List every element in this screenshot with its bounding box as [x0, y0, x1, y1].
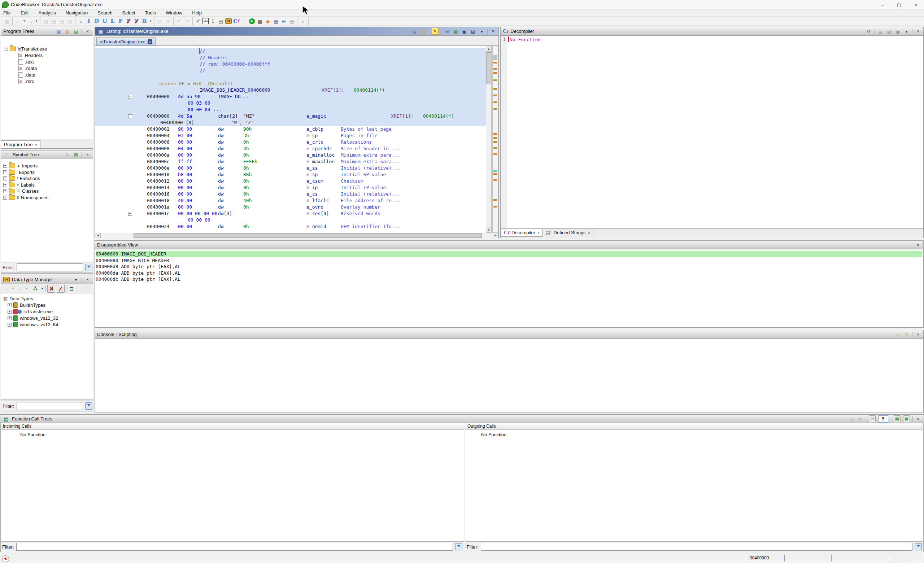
overview-mark[interactable] [494, 199, 497, 201]
filter-doc-icon[interactable]: ▤ [73, 151, 79, 158]
close-icon[interactable]: × [84, 28, 91, 34]
overview-mark[interactable] [494, 141, 497, 143]
menu-select[interactable]: Select [122, 10, 135, 15]
data-d-icon[interactable]: D [93, 18, 100, 25]
clear-console-icon[interactable]: ✎ [903, 331, 910, 337]
listing-row[interactable]: 0040001200 00dw0he_csumChecksum [95, 178, 486, 184]
filter-doc-icon[interactable]: ▤ [73, 28, 79, 34]
memory-map-view-icon[interactable]: ▤ [217, 18, 225, 25]
filter-options-icon[interactable] [915, 543, 922, 550]
incoming-calls-header[interactable]: Incoming Calls [0, 423, 464, 430]
cursor-location-icon[interactable]: ↖ [432, 28, 438, 34]
tab-decompiler[interactable]: Cf Decompiler × [501, 229, 543, 237]
close-icon[interactable]: × [84, 277, 91, 283]
cascade-windows-icon[interactable]: ▱ [869, 415, 876, 422]
disassemble-icon[interactable]: ↓ [77, 18, 84, 25]
panel-dropdown-icon[interactable]: ▾ [903, 28, 910, 34]
hide-pointers-icon[interactable]: ☞ [57, 285, 64, 293]
tree-item-windows_vs12_64[interactable]: +windows_vs12_64 [8, 322, 58, 328]
listing-row[interactable]: 00 00 00 [95, 217, 486, 223]
collapse-all-icon[interactable]: ⊟ [68, 285, 75, 292]
scroll-right-icon[interactable]: ► [493, 233, 498, 238]
scroll-left-icon[interactable]: ◄ [95, 233, 101, 238]
tab-close-icon[interactable]: × [34, 142, 37, 147]
overview-mark[interactable] [494, 173, 497, 175]
listing-row[interactable]: 0040001400 00dw0he_ipInitial IP value [95, 184, 486, 191]
overview-mark[interactable] [494, 102, 497, 103]
listing-row[interactable]: -004000004d 5a 90IMAGE_DO... [95, 93, 486, 100]
listing-row[interactable]: 0040001a00 00dw0he_ovnoOverlay number [95, 204, 486, 210]
tab-ictransferoriginal[interactable]: icTransferOriginal.exe × [96, 37, 156, 45]
menu-file[interactable]: File [3, 10, 11, 15]
recurse-depth-value[interactable]: 5 [878, 415, 888, 422]
listing-header[interactable]: ▦ Listing: icTransferOriginal.exe ▤ ▥ ↖ … [95, 27, 498, 36]
listing-row[interactable]: +0040001c00 00 00 00 00dw[4]e_res[4]Rese… [95, 210, 486, 217]
bookmark-dropdown-icon[interactable]: ▾ [149, 18, 152, 25]
clear-function-icon[interactable]: F [125, 18, 132, 25]
snapshot-icon[interactable]: ▤ [288, 18, 295, 25]
tree-item-Headers[interactable]: Headers [18, 52, 43, 58]
listing-row[interactable]: // [95, 48, 486, 54]
instruction-i-icon[interactable]: I [85, 18, 92, 25]
disassembled-row[interactable]: 004000dc ADD byte ptr [EAX],AL [96, 276, 922, 282]
overview-mark[interactable] [494, 170, 497, 172]
overview-mark[interactable] [494, 147, 497, 149]
listing-row[interactable]: 0040000cff ffdwFFFFhe_maxallocMaximum ex… [95, 159, 486, 165]
listing-row[interactable]: 0040002400 00dw0he_oemidOEM identifier (… [95, 223, 486, 230]
listing-overview-margin[interactable] [492, 46, 498, 233]
decompiler-header[interactable]: Cf Decompiler ⟳ ▤ ▤ ▣ ▾ × [501, 27, 923, 36]
listing-row[interactable]: // [95, 67, 486, 74]
table-go-icon[interactable]: ⊞ [280, 18, 287, 25]
filter-incoming-icon[interactable]: ▤ [894, 415, 900, 422]
disassembled-header[interactable]: Disassembled View × [95, 241, 923, 249]
outgoing-filter-input[interactable] [481, 543, 913, 551]
listing-row[interactable]: 0040000600 00dw0he_crlcRelocations [95, 139, 486, 145]
tree-item-exports[interactable]: +Exports [3, 169, 34, 175]
disassembled-row[interactable]: 004000d8 ADD byte ptr [EAX],AL [96, 264, 922, 270]
tree-item-text[interactable]: .text [18, 59, 34, 65]
listing-row[interactable]: assume DF = 0x0 (Default) [95, 81, 486, 87]
table-view-icon[interactable]: ▦ [272, 18, 279, 25]
listing-row[interactable]: // Headers [95, 54, 486, 61]
outgoing-no-function[interactable]: No Function [481, 432, 506, 437]
snapshot-camera-icon[interactable]: ▣ [461, 28, 467, 34]
listing-row[interactable]: 0040000290 00dw90he_cblpBytes of last pa… [95, 126, 486, 132]
function-f-icon[interactable]: F [117, 18, 124, 25]
tab-defined-strings[interactable]: 0101DAT Defined Strings × [543, 229, 593, 237]
listing-row[interactable]: 0040000804 00dw4he_cparhdrSize of header… [95, 145, 486, 152]
minimize-button[interactable]: – [874, 0, 891, 9]
overview-mark[interactable] [494, 88, 497, 90]
console-header[interactable]: Console - Scripting ▪ ✎ × [95, 330, 923, 339]
incoming-filter-input[interactable] [16, 543, 453, 551]
panel-menu-dropdown-icon[interactable]: ▾ [73, 277, 79, 283]
scroll-down-icon[interactable]: ▼ [486, 227, 492, 233]
close-icon[interactable]: × [915, 242, 921, 248]
listing-row[interactable]: 0040000a00 00dw0he_minallocMinimum extra… [95, 152, 486, 159]
close-icon[interactable]: × [915, 28, 921, 34]
bookmark-b-icon[interactable]: B [141, 18, 148, 25]
hide-arrays-icon[interactable]: N [47, 285, 55, 293]
fct-header[interactable]: ▤ Function Call Trees ⌂ ⟳ ▱ 5 ▤ ▤ × [0, 415, 924, 423]
overview-mark[interactable] [494, 153, 497, 155]
tree-item-data[interactable]: .data [18, 72, 35, 78]
overview-mark[interactable] [494, 68, 497, 70]
overview-mark[interactable] [494, 72, 497, 74]
overview-mark[interactable] [494, 62, 497, 63]
back-dropdown-icon[interactable]: ▾ [22, 18, 26, 25]
listing-row[interactable]: 0040001600 00dw0he_csInitial (relative).… [95, 191, 486, 198]
label-l-icon[interactable]: L [109, 18, 116, 25]
undefine-u-icon[interactable]: U [101, 18, 108, 25]
overview-mark[interactable] [494, 94, 497, 96]
overview-mark[interactable] [494, 133, 497, 135]
overview-mark[interactable] [494, 206, 497, 208]
menu-window[interactable]: Window [166, 10, 182, 15]
maximize-button[interactable]: ▢ [891, 0, 908, 9]
tree-item-labels[interactable]: +●Labels [3, 182, 34, 188]
tree-item-classes[interactable]: +ⒸClasses [3, 188, 39, 194]
memory-chip-icon[interactable]: ▩ [256, 18, 264, 25]
dtm-filter-input[interactable] [16, 402, 83, 410]
menu-edit[interactable]: Edit [21, 10, 28, 15]
disassembled-row[interactable]: 004000da ADD byte ptr [EAX],AL [96, 270, 922, 276]
data-types-icon[interactable]: DT [225, 18, 232, 24]
listing-row[interactable] [95, 74, 486, 81]
